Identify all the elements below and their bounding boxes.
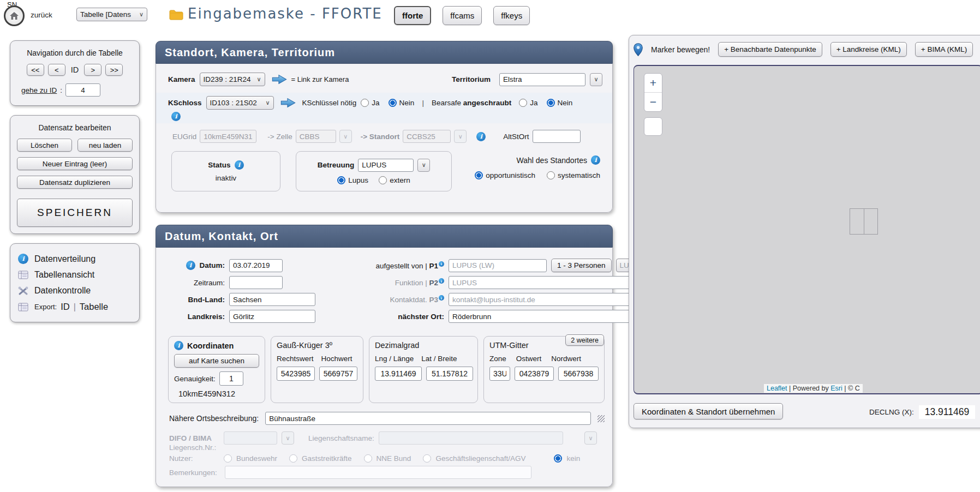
wahl-standort-info-icon[interactable]: i [591,155,600,165]
standort-info-icon[interactable]: i [476,132,486,141]
altstort-input[interactable] [533,130,581,143]
app-button-fforte[interactable]: fforte [394,6,431,25]
zeitraum-input[interactable] [229,276,283,289]
prev-record-button[interactable]: < [48,64,65,76]
liegenschaftsname-dropdown-button: ∨ [584,431,597,445]
camera-link-arrow-icon[interactable] [272,74,287,85]
p1-input[interactable] [449,259,547,272]
landkreise-kml-button[interactable]: + Landkreise (KML) [830,42,907,57]
standort-input [403,130,451,143]
declng-value: 13.911469 [919,405,975,419]
app-button-ffkeys[interactable]: ffkeys [493,6,530,25]
chevron-down-icon: ∨ [594,76,598,83]
kschloss-info-icon[interactable]: i [171,112,181,121]
app-switcher: fforte ffcams ffkeys [394,6,530,25]
zoom-out-button[interactable]: − [644,93,662,111]
goto-id-input[interactable] [65,83,100,97]
kschloss-select[interactable]: ID103 : 21S02 ∨ [206,96,274,110]
esri-link[interactable]: Esri [830,385,842,392]
utm-box: 2 weitere UTM-Gitter Zone Ostwert Nordwe… [483,336,605,403]
rechtswert-input[interactable] [277,367,315,381]
genauigkeit-input[interactable] [219,371,243,386]
nutzer-gaststreitkraefte-radio [289,454,297,463]
datum-info-icon[interactable]: i [186,261,195,270]
sidebar-item-export: Export: ID | Tabelle [18,302,132,312]
p3-label: Kontaktdat. P3i [337,295,444,304]
eugrid-row: EUGrid -> Zelle ∨ -> Standort ∨ i AltStO… [156,123,612,143]
goto-colon: : [60,86,62,94]
apply-coordinates-button[interactable]: Koordinaten & Standort übernehmen [634,403,783,419]
zoom-in-button[interactable]: + [644,74,662,92]
kschluessel-nein-radio[interactable] [389,99,397,107]
utm-nordwert-input[interactable] [558,367,599,381]
leaflet-link[interactable]: Leaflet [767,385,787,392]
kschloss-link-arrow-icon[interactable] [280,98,296,108]
save-button[interactable]: SPEICHERN [17,199,133,227]
opportunistisch-radio[interactable] [475,171,483,179]
next-record-button[interactable]: > [84,64,101,76]
benachbarte-datenpunkte-button[interactable]: + Benachbarte Datenpunkte [718,42,822,57]
declng-readout: DECLNG (X): 13.911469 [869,405,975,419]
map-layer-button[interactable] [644,117,662,136]
resize-grip-icon[interactable] [597,415,605,422]
ortsbeschreibung-row: Nähere Ortsbeschreibung: [156,403,612,425]
betreuung-input[interactable] [358,159,414,172]
table-select[interactable]: Tabelle [Datens ∨ [76,8,147,21]
standort-panel-header: Standort, Kamera, Territorium [156,41,613,64]
new-entry-button[interactable]: Neuer Eintrag (leer) [17,157,133,170]
home-button[interactable] [4,5,25,26]
territorium-dropdown-button[interactable]: ∨ [590,73,602,86]
sidebar-item-datenkontrolle[interactable]: Datenkontrolle [18,286,132,296]
karte-suchen-button[interactable]: auf Karte suchen [174,354,259,368]
bndland-input[interactable] [229,293,315,306]
bearsafe-nein-radio[interactable] [547,99,555,107]
app-button-ffcams[interactable]: ffcams [443,6,482,25]
kschloss-row: KSchloss ID103 : 21S02 ∨ KSchlüssel nöti… [156,93,612,123]
systematisch-radio[interactable] [547,171,555,179]
lat-input[interactable] [426,367,473,381]
datum-input[interactable] [229,259,283,272]
dez-col-lat: Lat / Breite [421,355,457,363]
gauss-krueger-box: Gauß-Krüger 3º Rechtswert Hochwert [271,336,363,403]
betreuung-extern-radio[interactable] [379,176,387,184]
status-info-icon[interactable]: i [235,160,244,170]
p1-info-icon[interactable]: i [439,261,444,267]
map-canvas[interactable]: + − Leaflet | Powered by Esri | © C [634,65,980,394]
bima-kml-button[interactable]: + BIMA (KML) [915,42,973,57]
ortsbeschreibung-input[interactable] [265,412,591,425]
sidebar-item-tabellenansicht[interactable]: Tabellenansicht [18,270,132,280]
hochwert-input[interactable] [319,367,357,381]
bearsafe-ja-radio[interactable] [519,99,527,107]
liegensch-dropdown-button: ∨ [282,431,294,445]
difo-bima-label: DIFO / BIMA [169,434,219,442]
zeitraum-label: Zeitraum: [194,279,225,287]
goto-id-link[interactable]: gehe zu ID [21,86,57,94]
camera-link-note: = Link zur Kamera [291,75,349,83]
export-id-link[interactable]: ID [61,302,70,312]
back-link[interactable]: zurück [31,11,52,19]
nutzer-geschaeftsliegenschaft-radio [423,454,431,463]
reload-button[interactable]: neu laden [77,139,133,152]
more-coords-button[interactable]: 2 weitere [565,334,604,346]
duplicate-record-button[interactable]: Datensatz duplizieren [17,176,133,189]
betreuung-dropdown-button[interactable]: ∨ [417,159,430,172]
landkreis-input[interactable] [229,310,315,323]
koordinaten-info-icon[interactable]: i [174,341,183,350]
kamera-select[interactable]: ID239 : 21R24 ∨ [200,73,265,86]
export-table-link[interactable]: Tabelle [80,302,108,312]
delete-button[interactable]: Löschen [17,139,72,152]
utm-col-nordwert: Nordwert [551,355,581,363]
p2-info-icon[interactable]: i [439,278,444,284]
genauigkeit-label: Genauigkeit: [174,375,216,383]
utm-zone-input[interactable] [489,367,510,381]
kschluessel-ja-radio[interactable] [361,99,369,107]
betreuung-lupus-radio[interactable] [337,176,345,184]
territorium-input[interactable] [499,73,585,86]
first-record-button[interactable]: << [27,64,44,76]
lng-input[interactable] [375,367,422,381]
sidebar-item-datenverteilung[interactable]: i Datenverteilung [18,254,132,264]
personen-button[interactable]: 1 - 3 Personen [551,259,612,272]
last-record-button[interactable]: >> [105,64,123,76]
utm-ostwert-input[interactable] [515,367,554,381]
p3-info-icon[interactable]: i [439,295,444,301]
